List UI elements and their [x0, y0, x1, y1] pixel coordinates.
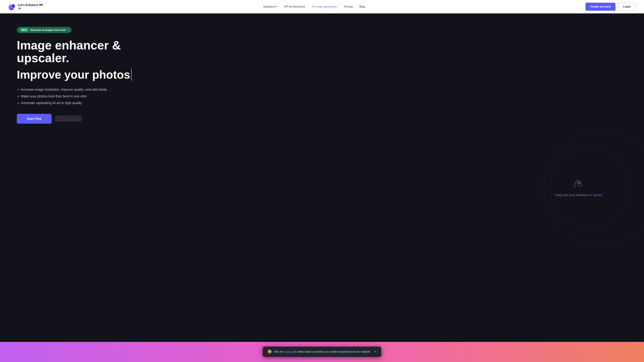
navbar: Let's Enhance .io Solutions API for Busi…: [0, 0, 644, 13]
logo[interactable]: Let's Enhance .io: [8, 3, 43, 11]
cookie-close-button[interactable]: ×: [374, 350, 377, 354]
nav-links: Solutions API for Business AI image gene…: [263, 5, 365, 8]
upload-text: Drag and drop anywhere to upload: [555, 193, 602, 197]
nav-blog[interactable]: Blog: [360, 5, 365, 8]
chevron-right-icon: ›: [68, 28, 68, 31]
create-account-button[interactable]: Create account: [586, 3, 616, 11]
cookie-banner: 🍪 We use cookies to collect data to prov…: [263, 347, 381, 357]
text-cursor: [131, 69, 132, 81]
upload-icon: [573, 179, 584, 190]
hero-subtitle: Improve your photos: [17, 68, 168, 81]
nav-ai-image[interactable]: AI image generation: [312, 5, 337, 8]
start-free-button[interactable]: Start free: [17, 114, 52, 124]
nav-actions: Create account Login: [586, 3, 636, 11]
hero-actions: Start free: [17, 114, 168, 124]
svg-point-2: [12, 4, 15, 8]
nav-pricing[interactable]: Pricing: [344, 5, 353, 8]
nav-solutions[interactable]: Solutions: [263, 5, 277, 8]
secondary-action-button[interactable]: [55, 116, 82, 122]
new-badge[interactable]: NEW Generate AI images from text! ›: [17, 27, 72, 33]
ukraine-flag-icon: [39, 4, 43, 6]
upload-link[interactable]: to upload: [590, 193, 602, 197]
hero-bullets: Increase image resolution, improve quali…: [17, 87, 168, 105]
logo-domain: .io: [18, 7, 43, 10]
hero-section: NEW Generate AI images from text! › Imag…: [0, 13, 644, 362]
cookies-link[interactable]: cookies: [284, 350, 293, 353]
cookie-icon: 🍪: [267, 350, 272, 354]
nav-api-business[interactable]: API for Business: [284, 5, 305, 8]
logo-name: Let's Enhance: [18, 3, 38, 7]
hero-title: Image enhancer & upscaler.: [17, 39, 168, 64]
hero-content: NEW Generate AI images from text! › Imag…: [17, 27, 168, 124]
bullet-1: Increase image resolution, improve quali…: [21, 87, 168, 92]
upload-dropzone[interactable]: Drag and drop anywhere to upload: [547, 156, 610, 220]
new-label: NEW: [20, 28, 28, 32]
bullet-2: Make your photos look their best in one …: [21, 94, 168, 99]
bullet-3: Generate captivating AI art in high qual…: [21, 100, 168, 105]
badge-text: Generate AI images from text!: [30, 28, 66, 31]
cookie-text: We use cookies to collect data to provid…: [274, 350, 371, 353]
login-button[interactable]: Login: [618, 3, 636, 11]
logo-text: Let's Enhance .io: [18, 3, 43, 10]
chevron-down-icon: [276, 6, 277, 7]
